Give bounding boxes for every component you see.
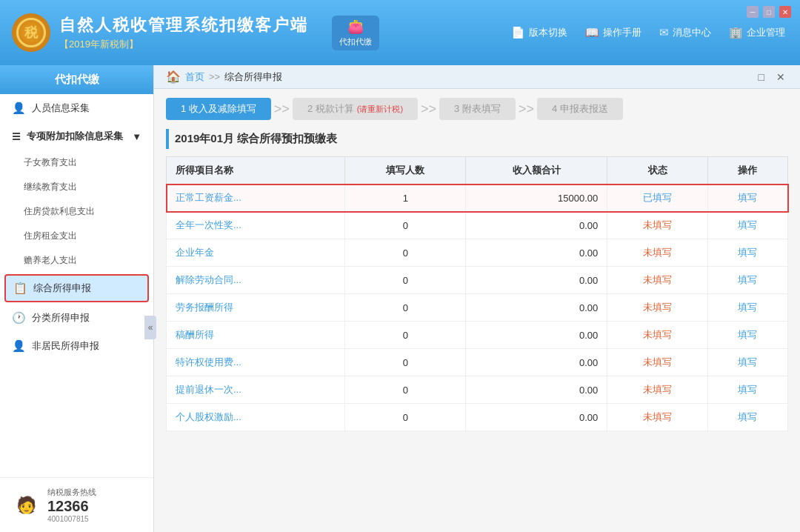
sidebar-sub-child-edu[interactable]: 子女教育支出: [0, 150, 153, 175]
step-arrow2: >>: [421, 102, 436, 117]
cell-status: 已填写: [607, 184, 708, 212]
cell-amount: 0.00: [466, 322, 607, 349]
table-section: 2019年01月 综合所得预扣预缴表 所得项目名称 填写人数 收入额合计 状态 …: [154, 129, 800, 532]
fill-action-link[interactable]: 填写: [738, 411, 757, 422]
sidebar-sub-housing-loan[interactable]: 住房贷款利息支出: [0, 199, 153, 224]
title-nav: 📄 版本切换 📖 操作手册 ✉ 消息中心 🏢 企业管理: [511, 26, 785, 39]
cell-action: 填写: [707, 322, 787, 349]
icon-box: 👛 代扣代缴: [332, 16, 379, 50]
fill-action-link[interactable]: 填写: [738, 247, 757, 258]
expand-icon: ▼: [132, 131, 141, 142]
app-title-block: 自然人税收管理系统扣缴客户端 【2019年新税制】: [59, 14, 308, 51]
hotline-sub: 4001007815: [47, 515, 96, 523]
fill-action-link[interactable]: 填写: [738, 192, 757, 203]
sidebar-item-comprehensive[interactable]: 📋 综合所得申报: [4, 274, 149, 302]
cell-count: 0: [345, 239, 466, 267]
sidebar-sub-elderly[interactable]: 赡养老人支出: [0, 248, 153, 273]
cell-amount: 0.00: [466, 239, 607, 267]
table-row: 提前退休一次...00.00未填写填写: [167, 376, 788, 404]
status-badge: 未填写: [643, 384, 672, 395]
cell-count: 0: [345, 212, 466, 239]
grid-icon: ☰: [12, 131, 21, 142]
sidebar-item-classified[interactable]: 🕐 分类所得申报: [0, 304, 153, 332]
breadcrumb-sep1: >>: [209, 71, 220, 82]
status-badge: 未填写: [643, 356, 672, 368]
cell-status: 未填写: [607, 322, 708, 349]
cell-name: 企业年金: [167, 239, 345, 267]
close-button[interactable]: ✕: [779, 6, 791, 18]
hotline-label: 纳税服务热线: [47, 487, 96, 498]
sidebar-item-personnel[interactable]: 👤 人员信息采集: [0, 94, 153, 122]
main-table: 所得项目名称 填写人数 收入额合计 状态 操作 正常工资薪金...115000.…: [166, 156, 788, 431]
step4-label: 4 申报表报送: [552, 102, 608, 116]
nav-message-label: 消息中心: [673, 26, 711, 39]
table-row: 特许权使用费...00.00未填写填写: [167, 349, 788, 376]
breadcrumb-current: 综合所得申报: [224, 70, 282, 84]
sidebar-sub-housing-rent[interactable]: 住房租金支出: [0, 224, 153, 248]
fill-action-link[interactable]: 填写: [738, 384, 757, 395]
cell-name: 稿酬所得: [167, 322, 345, 349]
cell-count: 0: [345, 294, 466, 322]
cell-action: 填写: [707, 212, 787, 239]
step3-label: 3 附表填写: [454, 102, 501, 116]
cell-amount: 0.00: [466, 294, 607, 322]
cell-action: 填写: [707, 404, 787, 431]
cell-status: 未填写: [607, 404, 708, 431]
cell-amount: 0.00: [466, 267, 607, 294]
sidebar-sub-cont-edu[interactable]: 继续教育支出: [0, 175, 153, 199]
app-name: 自然人税收管理系统扣缴客户端: [59, 14, 308, 36]
sidebar-group-label: 专项附加扣除信息采集: [27, 130, 123, 143]
col-header-name: 所得项目名称: [167, 157, 345, 184]
breadcrumb-home-link[interactable]: 首页: [185, 70, 204, 84]
step1-button[interactable]: 1 收入及减除填写: [166, 98, 271, 120]
cell-action: 填写: [707, 294, 787, 322]
fill-action-link[interactable]: 填写: [738, 219, 757, 230]
icon-area: 👛 代扣代缴: [332, 16, 379, 50]
nav-version[interactable]: 📄 版本切换: [511, 26, 567, 39]
nav-version-label: 版本切换: [529, 26, 567, 39]
fill-action-link[interactable]: 填写: [738, 274, 757, 285]
nav-enterprise[interactable]: 🏢 企业管理: [729, 26, 785, 39]
nav-message[interactable]: ✉ 消息中心: [659, 26, 711, 39]
step3-button[interactable]: 3 附表填写: [439, 98, 516, 120]
status-badge: 未填写: [643, 329, 672, 340]
collapse-button[interactable]: «: [144, 316, 156, 339]
sidebar-item-nonresident[interactable]: 👤 非居民所得申报: [0, 332, 153, 360]
table-row: 全年一次性奖...00.00未填写填写: [167, 212, 788, 239]
col-header-status: 状态: [607, 157, 708, 184]
cell-name: 解除劳动合同...: [167, 267, 345, 294]
fill-action-link[interactable]: 填写: [738, 302, 757, 313]
hotline-info: 纳税服务热线 12366 4001007815: [47, 487, 96, 523]
sidebar-group-special[interactable]: ☰ 专项附加扣除信息采集 ▼: [0, 122, 153, 150]
breadcrumb-restore-button[interactable]: □: [756, 71, 767, 83]
maximize-button[interactable]: □: [763, 6, 775, 18]
status-badge: 未填写: [643, 247, 672, 258]
book-icon: 📖: [585, 26, 599, 39]
cell-name: 劳务报酬所得: [167, 294, 345, 322]
minimize-button[interactable]: ─: [747, 6, 759, 18]
cell-status: 未填写: [607, 294, 708, 322]
step4-button[interactable]: 4 申报表报送: [537, 98, 623, 120]
fill-action-link[interactable]: 填写: [738, 356, 757, 368]
step2-label: 2 税款计算: [307, 102, 354, 116]
breadcrumb-bar: 🏠 首页 >> 综合所得申报 □ ✕: [154, 65, 800, 89]
steps-bar: 1 收入及减除填写 >> 2 税款计算 (请重新计税) >> 3 附表填写 >>…: [154, 89, 800, 129]
cell-amount: 0.00: [466, 376, 607, 404]
breadcrumb-close-button[interactable]: ✕: [773, 71, 788, 83]
table-row: 个人股权激励...00.00未填写填写: [167, 404, 788, 431]
enterprise-icon: 🏢: [729, 26, 743, 39]
step2-note: (请重新计税): [357, 104, 403, 115]
cell-action: 填写: [707, 239, 787, 267]
cell-count: 0: [345, 349, 466, 376]
cell-name: 正常工资薪金...: [167, 184, 345, 212]
fill-action-link[interactable]: 填写: [738, 329, 757, 340]
table-title: 2019年01月 综合所得预扣预缴表: [166, 129, 788, 149]
table-header-row: 所得项目名称 填写人数 收入额合计 状态 操作: [167, 157, 788, 184]
nav-manual[interactable]: 📖 操作手册: [585, 26, 641, 39]
step2-button[interactable]: 2 税款计算 (请重新计税): [293, 98, 418, 120]
person-icon: 👤: [12, 102, 26, 115]
cell-count: 0: [345, 322, 466, 349]
sidebar-bottom: 🧑 纳税服务热线 12366 4001007815: [0, 477, 153, 532]
cell-action: 填写: [707, 267, 787, 294]
wallet-icon: 👛: [347, 19, 364, 35]
